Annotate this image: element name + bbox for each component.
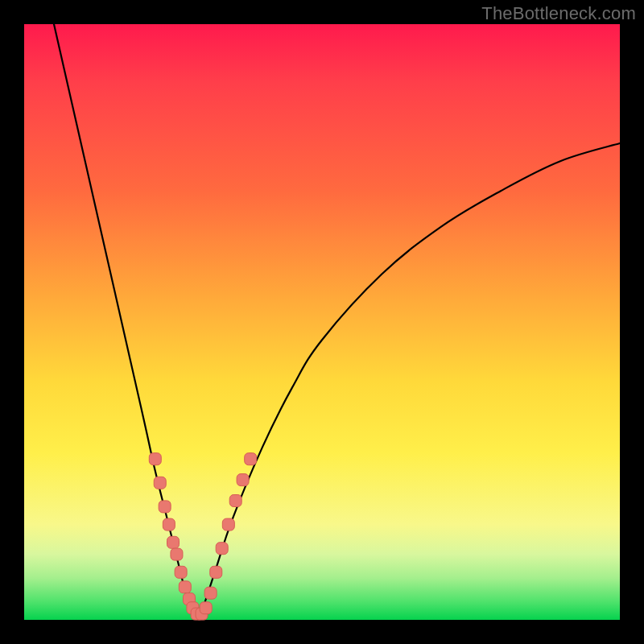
chart-frame: TheBottleneck.com bbox=[0, 0, 644, 644]
data-marker bbox=[229, 495, 242, 507]
data-marker bbox=[210, 566, 222, 578]
plot-area bbox=[24, 24, 620, 620]
data-marker bbox=[163, 518, 175, 530]
markers-group bbox=[149, 453, 256, 620]
data-marker bbox=[204, 587, 217, 599]
data-marker bbox=[200, 602, 212, 614]
data-marker bbox=[179, 581, 191, 593]
data-marker bbox=[245, 453, 257, 465]
bottleneck-chart-svg bbox=[24, 24, 620, 620]
data-marker bbox=[167, 536, 180, 548]
curve-group bbox=[54, 24, 620, 620]
bottleneck-curve-path bbox=[54, 24, 620, 620]
data-marker bbox=[237, 474, 249, 486]
data-marker bbox=[222, 518, 234, 530]
watermark-text: TheBottleneck.com bbox=[481, 3, 636, 24]
data-marker bbox=[171, 548, 183, 560]
data-marker bbox=[154, 477, 166, 489]
data-marker bbox=[175, 566, 187, 578]
data-marker bbox=[149, 453, 161, 465]
data-marker bbox=[159, 501, 171, 513]
data-marker bbox=[216, 543, 228, 555]
